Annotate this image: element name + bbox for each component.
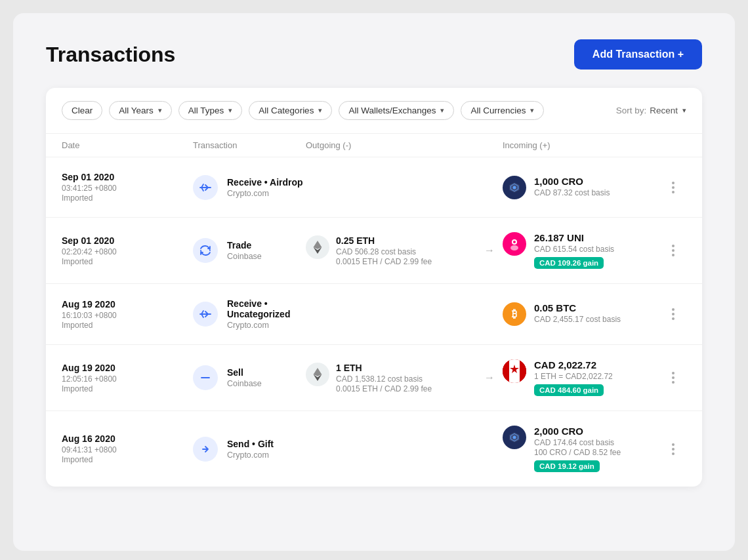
incoming-amount: CAD 2,022.72 xyxy=(534,359,613,370)
page-header: Transactions Add Transaction + xyxy=(46,39,702,70)
coin-icon xyxy=(503,176,526,199)
table-row: Sep 01 2020 02:20:42 +0800 Imported Trad… xyxy=(46,218,702,284)
transaction-date: Aug 16 2020 09:41:31 +0800 Imported xyxy=(62,433,193,464)
transaction-info: Trade Coinbase xyxy=(193,238,306,263)
more-options-button[interactable] xyxy=(667,441,680,458)
page-container: Transactions Add Transaction + Clear All… xyxy=(13,13,735,551)
transaction-type-label: Send • Gift xyxy=(227,439,274,449)
outgoing-amount: 0.25 ETH xyxy=(336,235,432,246)
table-row: Aug 19 2020 12:05:16 +0800 Imported Sell… xyxy=(46,345,702,411)
all-currencies-filter[interactable]: All Currencies ▾ xyxy=(461,101,544,120)
coin-icon xyxy=(503,359,526,383)
incoming-col: 1,000 CRO CAD 87.32 cost basis xyxy=(503,176,660,199)
th-incoming: Incoming (+) xyxy=(503,140,660,150)
incoming-col: CAD 2,022.72 1 ETH = CAD2,022.72 CAD 484… xyxy=(503,359,660,396)
incoming-amount: 2,000 CRO xyxy=(534,426,621,437)
svg-marker-3 xyxy=(314,241,322,249)
transaction-type-label: Receive • Uncategorized xyxy=(227,298,306,319)
gain-badge: CAD 484.60 gain xyxy=(534,384,604,396)
chevron-down-icon: ▾ xyxy=(228,106,232,115)
arrow-col: → xyxy=(476,245,503,256)
transaction-type-icon xyxy=(193,437,218,462)
all-types-filter[interactable]: All Types ▾ xyxy=(178,101,243,120)
coin-icon xyxy=(503,232,526,256)
outgoing-fee: 0.0015 ETH / CAD 2.99 fee xyxy=(336,257,432,266)
incoming-col: 26.187 UNI CAD 615.54 cost basis CAD 109… xyxy=(503,232,660,269)
incoming-cost-basis: 1 ETH = CAD2,022.72 xyxy=(534,372,613,381)
transaction-type-icon xyxy=(193,302,218,327)
incoming-cost-basis: CAD 87.32 cost basis xyxy=(534,188,610,197)
more-options-button[interactable] xyxy=(667,369,680,386)
incoming-amount: 1,000 CRO xyxy=(534,176,610,187)
transaction-type-label: Sell xyxy=(227,367,262,378)
transaction-type-icon xyxy=(193,175,218,200)
svg-point-18 xyxy=(513,436,516,439)
add-transaction-button[interactable]: Add Transaction + xyxy=(574,39,702,70)
sort-control[interactable]: Sort by: Recent ▾ xyxy=(616,106,686,115)
coin-icon: ₿ xyxy=(503,302,526,326)
transaction-source: Crypto.com xyxy=(227,321,306,330)
table-header: Date Transaction Outgoing (-) Incoming (… xyxy=(46,134,702,157)
incoming-cost-basis: CAD 174.64 cost basis xyxy=(534,438,621,447)
transaction-info: Send • Gift Crypto.com xyxy=(193,437,306,462)
incoming-col: ₿ 0.05 BTC CAD 2,455.17 cost basis xyxy=(503,302,660,326)
all-wallets-filter[interactable]: All Wallets/Exchanges ▾ xyxy=(339,101,454,120)
more-options-button[interactable] xyxy=(667,242,680,259)
transaction-source: Coinbase xyxy=(227,252,262,261)
transaction-source: Crypto.com xyxy=(227,450,274,460)
coin-icon xyxy=(503,426,526,449)
incoming-col: 2,000 CRO CAD 174.64 cost basis 100 CRO … xyxy=(503,426,660,472)
outgoing-fee: 0.0015 ETH / CAD 2.99 fee xyxy=(336,384,432,393)
th-transaction: Transaction xyxy=(193,140,306,150)
transaction-source: Coinbase xyxy=(227,379,262,388)
incoming-fee: 100 CRO / CAD 8.52 fee xyxy=(534,448,621,457)
incoming-cost-basis: CAD 2,455.17 cost basis xyxy=(534,315,621,324)
transaction-date: Sep 01 2020 02:20:42 +0800 Imported xyxy=(62,235,193,266)
svg-rect-12 xyxy=(503,359,509,383)
table-row: Aug 19 2020 16:10:03 +0800 Imported Rece… xyxy=(46,284,702,345)
svg-point-7 xyxy=(513,241,516,243)
transaction-type-icon xyxy=(193,238,218,263)
outgoing-cost-basis: CAD 506.28 cost basis xyxy=(336,247,432,256)
transaction-info: Sell Coinbase xyxy=(193,365,306,390)
th-date: Date xyxy=(62,140,193,150)
chevron-down-icon: ▾ xyxy=(530,106,534,115)
svg-point-6 xyxy=(510,245,518,250)
transaction-date: Sep 01 2020 03:41:25 +0800 Imported xyxy=(62,172,193,203)
transaction-source: Crypto.com xyxy=(227,189,303,198)
transaction-date: Aug 19 2020 12:05:16 +0800 Imported xyxy=(62,363,193,393)
svg-marker-9 xyxy=(314,368,322,376)
outgoing-amount: 1 ETH xyxy=(336,363,432,373)
incoming-amount: 26.187 UNI xyxy=(534,232,614,243)
page-title: Transactions xyxy=(46,43,175,67)
outgoing-col: 0.25 ETH CAD 506.28 cost basis 0.0015 ET… xyxy=(306,235,476,266)
chevron-down-icon: ▾ xyxy=(318,106,322,115)
chevron-down-icon: ▾ xyxy=(682,106,686,115)
transaction-type-label: Receive • Airdrop xyxy=(227,177,303,188)
outgoing-col: 1 ETH CAD 1,538.12 cost basis 0.0015 ETH… xyxy=(306,363,476,393)
clear-filter-button[interactable]: Clear xyxy=(62,101,102,120)
transaction-info: Receive • Airdrop Crypto.com xyxy=(193,175,306,200)
arrow-col: → xyxy=(476,372,503,384)
table-row: Sep 01 2020 03:41:25 +0800 Imported Rece… xyxy=(46,157,702,218)
main-card: Clear All Years ▾ All Types ▾ All Catego… xyxy=(46,88,702,487)
outgoing-cost-basis: CAD 1,538.12 cost basis xyxy=(336,374,432,384)
svg-point-2 xyxy=(513,186,516,189)
table-row: Aug 16 2020 09:41:31 +0800 Imported Send… xyxy=(46,411,702,487)
svg-rect-13 xyxy=(520,359,526,383)
incoming-cost-basis: CAD 615.54 cost basis xyxy=(534,245,614,254)
transaction-info: Receive • Uncategorized Crypto.com xyxy=(193,298,306,330)
all-years-filter[interactable]: All Years ▾ xyxy=(109,101,172,120)
transaction-type-icon xyxy=(193,365,218,390)
incoming-amount: 0.05 BTC xyxy=(534,302,621,313)
all-categories-filter[interactable]: All Categories ▾ xyxy=(249,101,332,120)
more-options-button[interactable] xyxy=(667,306,680,323)
transaction-date: Aug 19 2020 16:10:03 +0800 Imported xyxy=(62,299,193,330)
transactions-list: Sep 01 2020 03:41:25 +0800 Imported Rece… xyxy=(46,157,702,487)
gain-badge: CAD 109.26 gain xyxy=(534,257,604,269)
transaction-type-label: Trade xyxy=(227,240,262,250)
chevron-down-icon: ▾ xyxy=(440,106,444,115)
filter-bar: Clear All Years ▾ All Types ▾ All Catego… xyxy=(46,88,702,134)
more-options-button[interactable] xyxy=(667,179,680,196)
gain-badge: CAD 19.12 gain xyxy=(534,460,600,472)
